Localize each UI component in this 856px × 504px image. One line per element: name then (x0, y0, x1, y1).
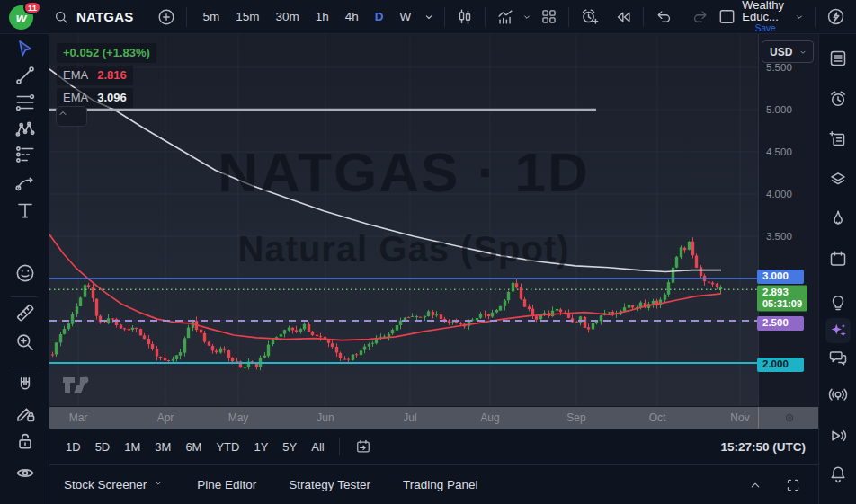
range-ytd[interactable]: YTD (209, 435, 246, 458)
undo-arrow-icon (655, 7, 673, 26)
timeframe-1h[interactable]: 1h (308, 4, 336, 30)
price-change-label: +0.052 (+1.83%) (57, 43, 156, 63)
ema-label: EMA (63, 91, 88, 104)
price-axis[interactable]: USD 5.5005.0004.5004.0003.5003.0002.8930… (758, 34, 818, 406)
drawing-toolbar (0, 34, 49, 504)
timeframe-4h[interactable]: 4h (338, 4, 366, 30)
chart-legend: +0.052 (+1.83%) EMA2.816 EMA3.096 (57, 43, 156, 111)
notification-count-badge: 11 (23, 1, 41, 14)
layout-name-button[interactable]: Wealthy Educ... Save (742, 0, 789, 34)
range-1d[interactable]: 1D (58, 435, 88, 458)
range-1m[interactable]: 1M (117, 435, 147, 458)
layout-grid-button[interactable] (535, 4, 562, 31)
panel-tab-strategy-tester[interactable]: Strategy Tester (289, 478, 370, 491)
tradingview-app: w 11 NATGAS 5m15m30m1h4hDW (0, 0, 856, 504)
panel-maximize-button[interactable] (780, 473, 806, 498)
panel-tab-label: Trading Panel (403, 478, 478, 491)
range-5y[interactable]: 5Y (275, 435, 304, 458)
forecast-tool[interactable] (13, 142, 38, 167)
cursor-tool[interactable] (13, 36, 38, 61)
toolbar-divider (11, 296, 38, 297)
undo-button[interactable] (650, 4, 677, 31)
bar-replay-button[interactable] (610, 4, 637, 31)
legend-collapse-button[interactable] (56, 106, 87, 127)
text-tool[interactable] (13, 198, 38, 223)
brush-icon (13, 172, 37, 195)
currency-dropdown[interactable]: USD (762, 40, 814, 63)
brush-tool[interactable] (13, 171, 38, 196)
chart-canvas[interactable]: NATGAS · 1D Natural Gas (Spot) +0.052 (+… (49, 34, 758, 406)
price-tick-4.500: 4.500 (766, 146, 792, 157)
timeframe-D[interactable]: D (368, 4, 391, 30)
save-label[interactable]: Save (755, 22, 776, 34)
range-1y[interactable]: 1Y (246, 435, 275, 458)
chart-style-button[interactable] (451, 4, 478, 31)
lock-all-drawings[interactable] (13, 429, 38, 454)
select-layout-button[interactable] (713, 4, 740, 31)
redo-button[interactable] (686, 4, 713, 31)
ai-assistant-button[interactable] (825, 318, 851, 343)
chevron-down-icon (152, 477, 165, 490)
emoji-tool[interactable] (13, 261, 38, 286)
chat-button[interactable] (825, 345, 851, 370)
panel-tab-pine-editor[interactable]: Pine Editor (197, 478, 256, 491)
ema-label: EMA (63, 68, 88, 82)
range-3m[interactable]: 3M (147, 435, 178, 458)
ema-slow-legend-row[interactable]: EMA3.096 (57, 88, 133, 108)
clock-utc[interactable]: 15:27:50 (UTC) (720, 440, 809, 454)
indicators-icon (495, 7, 515, 27)
streams-button[interactable] (825, 423, 851, 448)
panel-tab-stock-screener[interactable]: Stock Screener (64, 477, 165, 492)
divider (485, 7, 486, 27)
bottom-panel-bar: Stock ScreenerPine EditorStrategy Tester… (49, 464, 818, 504)
go-to-date-button[interactable] (347, 435, 379, 458)
layout-menu-button[interactable] (790, 4, 808, 31)
lock-icon (13, 429, 37, 453)
range-all[interactable]: All (304, 435, 331, 458)
chat-icon (827, 347, 849, 368)
panel-tab-trading-panel[interactable]: Trading Panel (403, 478, 478, 491)
magnet-mode[interactable] (13, 373, 38, 398)
time-axis[interactable]: MarAprMayJunJulAugSepOctNov (49, 406, 818, 429)
xabcd-pattern-tool[interactable] (13, 117, 38, 142)
hotlists-button[interactable] (825, 206, 851, 231)
publish-button[interactable] (822, 4, 849, 31)
minds-button[interactable] (825, 383, 851, 408)
fib-icon (13, 91, 37, 114)
fib-retracement-tool[interactable] (13, 90, 38, 115)
interval-menu-button[interactable] (420, 4, 438, 31)
grid-layout-icon (539, 7, 558, 26)
indicator-templates-button[interactable] (519, 4, 535, 31)
range-5d[interactable]: 5D (88, 435, 118, 458)
timeframe-30m[interactable]: 30m (268, 4, 306, 30)
streams-icon (827, 425, 849, 447)
timeframe-5m[interactable]: 5m (195, 4, 227, 30)
ideas-button[interactable] (825, 290, 851, 315)
ruler-icon (13, 301, 37, 324)
object-tree-button[interactable] (825, 167, 851, 192)
compare-add-symbol-button[interactable] (153, 4, 180, 31)
divider (186, 7, 187, 27)
watchlist-button[interactable] (825, 46, 851, 71)
user-menu-button[interactable]: w 11 (7, 4, 38, 31)
timeframe-W[interactable]: W (393, 4, 419, 30)
ema-fast-legend-row[interactable]: EMA2.816 (57, 66, 133, 85)
hide-all-drawings[interactable] (13, 460, 38, 485)
timeframe-15m[interactable]: 15m (228, 4, 266, 30)
calendar-button[interactable] (825, 246, 851, 271)
indicators-button[interactable] (492, 4, 519, 31)
symbol-search-button[interactable]: NATGAS (47, 4, 138, 31)
chart-settings-button[interactable] (774, 408, 805, 428)
create-alert-button[interactable] (575, 4, 602, 31)
price-badge-level-2500: 2.500 (757, 316, 804, 331)
panel-expand-button[interactable] (743, 473, 768, 498)
measure-tool[interactable] (13, 300, 38, 325)
drawing-mode-lock[interactable] (13, 401, 38, 426)
zoom-in-tool[interactable] (13, 330, 38, 355)
notifications-button[interactable] (825, 462, 851, 487)
alerts-button[interactable] (825, 86, 851, 111)
panel-tab-label: Pine Editor (197, 478, 256, 491)
range-6m[interactable]: 6M (178, 435, 209, 458)
notes-button[interactable] (825, 127, 851, 152)
trend-line-tool[interactable] (13, 63, 38, 88)
